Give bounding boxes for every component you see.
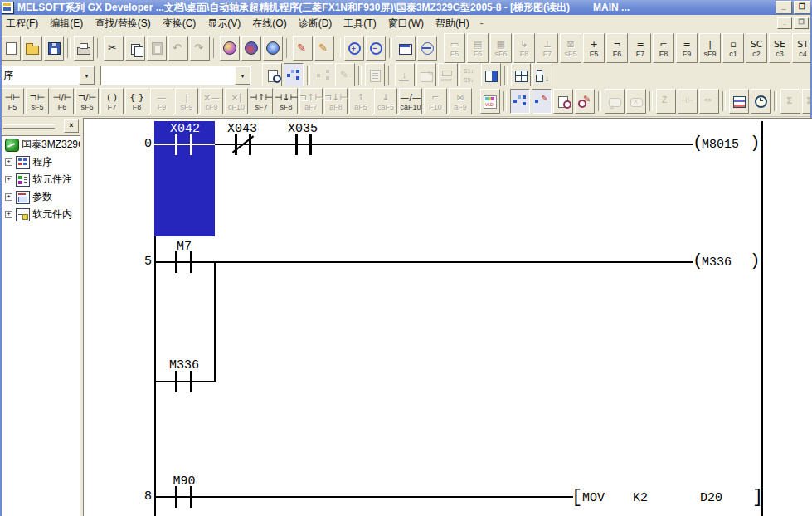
device-combo-input[interactable] [101, 66, 235, 85]
coil-button[interactable]: ( )F7 [100, 88, 124, 114]
del-block-button-label: aF9 [454, 103, 467, 111]
or-open-contact-button[interactable]: ⊐⊢sF5 [26, 88, 49, 114]
open-contact-button[interactable]: ⊣⊢F5 [1, 88, 24, 114]
device-search-button[interactable] [553, 89, 573, 114]
device-combo-dropdown[interactable]: ▼ [235, 66, 250, 85]
comment-search-button[interactable] [262, 63, 282, 88]
new-button[interactable] [1, 36, 21, 61]
falling-pulse-button[interactable]: ⊣↓⊢sF8 [275, 88, 298, 114]
menu-convert[interactable]: 变换(C) [157, 15, 202, 32]
window-button[interactable] [396, 36, 416, 61]
menu-help[interactable]: 帮助(H) [430, 15, 475, 32]
insert-row-button-symbol: + [590, 39, 597, 50]
menu-edit[interactable]: 编辑(E) [44, 15, 89, 32]
grid-fill-icon [485, 71, 498, 82]
restore-button[interactable]: ❐ [794, 1, 810, 14]
menu-window[interactable]: 窗口(W) [382, 15, 430, 32]
grid-color-button[interactable] [729, 89, 749, 114]
tree-item-devmem[interactable]: +软元件内 [2, 206, 80, 223]
application-instr-button[interactable]: { }F8 [125, 88, 148, 114]
minimize-button[interactable]: _ [776, 1, 792, 14]
tree-item-param[interactable]: +参数 [2, 188, 80, 206]
child-restore-button[interactable]: ❐ [794, 17, 809, 29]
st-button[interactable]: STc4 [792, 33, 812, 63]
closed-contact-button[interactable]: ⊣/⊢F6 [51, 88, 74, 114]
tree-item-prog[interactable]: +程序 [2, 153, 80, 171]
monitor-write-button[interactable] [314, 36, 334, 61]
right-power-rail [761, 121, 763, 516]
program-combo-input[interactable] [1, 66, 79, 85]
expand-plus-icon[interactable]: + [5, 158, 12, 166]
device-search-edit-button[interactable] [575, 89, 595, 114]
ladder-monitor-button[interactable] [220, 36, 240, 61]
child-minimize-button[interactable]: _ [777, 17, 792, 29]
program-combo-dropdown[interactable]: ▼ [79, 66, 95, 85]
line-edit2-button[interactable]: =F7 [630, 33, 651, 63]
rising-pulse-button[interactable]: ⊣↑⊢sF7 [250, 88, 273, 114]
doc-lines-icon [370, 70, 381, 82]
insert-row-button[interactable]: +F5 [583, 33, 605, 63]
grid-button[interactable] [511, 63, 531, 88]
toolbar-separator [97, 38, 100, 58]
line-edit2-button-label: F7 [636, 50, 645, 58]
contact-label-x042: X042 [170, 122, 200, 136]
project-data-list-button[interactable] [284, 63, 304, 88]
device-search-edit-icon [578, 95, 591, 108]
down-button: ↓caF5 [374, 88, 397, 114]
vld-button[interactable] [480, 89, 500, 114]
menu-project[interactable]: 工程(F) [0, 15, 44, 32]
expand-plus-icon[interactable]: + [5, 176, 12, 183]
line-edit4-button[interactable]: =F9 [676, 33, 698, 63]
ladder-editor[interactable]: 0 X042 X043 X035 ( M8015 ) 5 M7 ( M336 )… [83, 118, 812, 516]
contact-bar [175, 371, 177, 392]
program-combo[interactable]: ▼ [0, 66, 95, 85]
read-mode-button[interactable] [263, 36, 283, 61]
line-edit5-button[interactable]: |sF9 [699, 33, 721, 63]
or-closed-contact-button[interactable]: ⊐/⊢sF6 [75, 88, 99, 114]
device-combo[interactable]: ▼ [100, 66, 251, 85]
print-button[interactable] [74, 36, 94, 61]
st-button-symbol: ST [797, 39, 809, 50]
tree-root-item[interactable]: 国泰3MZ329G [2, 136, 80, 153]
monitor-mode-button[interactable] [241, 36, 261, 61]
close-icon[interactable]: × [64, 119, 79, 133]
menu-tools[interactable]: 工具(T) [338, 15, 382, 32]
rule-write3-button-symbol: ▦ [497, 39, 505, 50]
tree-panel-grip[interactable] [3, 124, 55, 129]
tree-display-button[interactable] [510, 89, 530, 114]
expand-plus-icon[interactable]: + [5, 193, 12, 201]
invert-result-button[interactable]: —/—caF10 [399, 88, 422, 114]
se-button-symbol: SE [774, 39, 785, 50]
menu-view[interactable]: 显示(V) [202, 15, 246, 32]
zoom-out-icon [370, 42, 382, 55]
device-test-button[interactable]: ▫c1 [722, 33, 744, 63]
se-button[interactable]: SEc3 [769, 33, 790, 63]
or-rising-button-label: aF7 [304, 103, 318, 111]
time-search-button[interactable] [751, 89, 771, 114]
toolbar-separator [67, 38, 71, 58]
save-button[interactable] [44, 36, 64, 61]
sc-button[interactable]: SCc2 [746, 33, 767, 63]
tree-item-comment[interactable]: +软元件注 [2, 171, 80, 188]
device-search-icon [558, 96, 568, 108]
menu-online[interactable]: 在线(O) [246, 15, 292, 32]
zoom-out-button[interactable] [366, 36, 386, 61]
zoom-in-button[interactable] [344, 36, 364, 61]
expand-plus-icon[interactable]: + [5, 211, 12, 218]
window-edit-button [416, 63, 436, 88]
open-button[interactable] [22, 36, 42, 61]
line-edit3-button[interactable]: ⌐F8 [653, 33, 674, 63]
instr-bracket-open: [ [571, 488, 582, 508]
menu-diagnostics[interactable]: 诊断(D) [293, 15, 338, 32]
line-edit1-button[interactable]: ¬F6 [606, 33, 628, 63]
copy-button[interactable] [125, 36, 145, 61]
tree-edit-button[interactable] [532, 89, 552, 114]
grid-down-button[interactable] [532, 63, 552, 88]
write-mode-button[interactable] [293, 36, 313, 61]
grid-fill-button[interactable] [481, 63, 501, 88]
ladder-cursor[interactable]: X042 [154, 121, 215, 236]
branch-wire [156, 381, 216, 382]
comm-setup-button[interactable] [417, 36, 437, 61]
cut-button[interactable] [104, 36, 124, 61]
menu-find-replace[interactable]: 查找/替换(S) [89, 15, 156, 32]
